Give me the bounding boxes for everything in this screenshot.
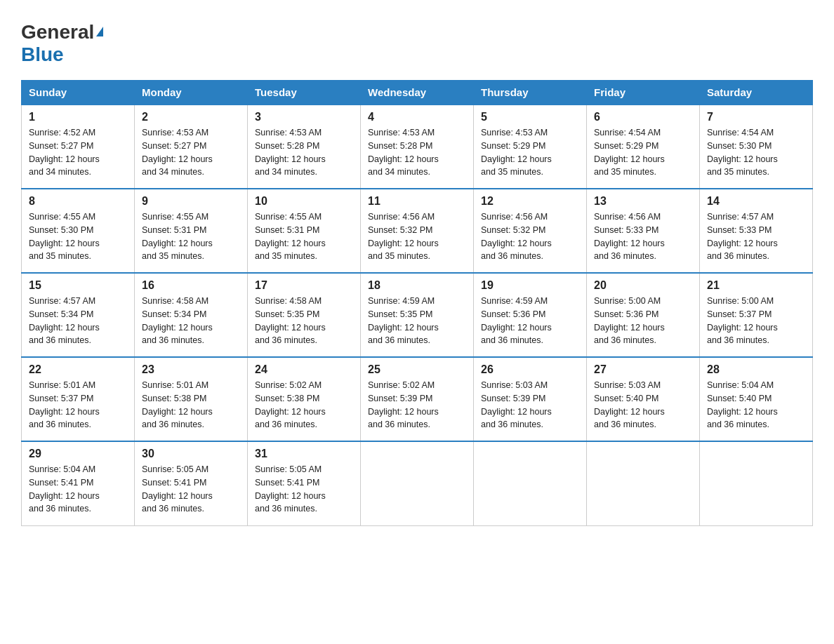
day-info: Sunrise: 4:59 AMSunset: 5:36 PMDaylight:…	[481, 296, 552, 345]
day-info: Sunrise: 4:53 AMSunset: 5:28 PMDaylight:…	[368, 128, 439, 177]
day-info: Sunrise: 5:02 AMSunset: 5:38 PMDaylight:…	[255, 380, 326, 429]
day-number: 31	[255, 448, 353, 460]
day-info: Sunrise: 4:58 AMSunset: 5:35 PMDaylight:…	[255, 296, 326, 345]
calendar-table: SundayMondayTuesdayWednesdayThursdayFrid…	[21, 80, 813, 526]
calendar-cell: 23 Sunrise: 5:01 AMSunset: 5:38 PMDaylig…	[135, 357, 248, 441]
calendar-cell	[587, 441, 700, 525]
day-info: Sunrise: 4:55 AMSunset: 5:31 PMDaylight:…	[142, 212, 213, 261]
day-info: Sunrise: 4:56 AMSunset: 5:32 PMDaylight:…	[481, 212, 552, 261]
day-info: Sunrise: 5:03 AMSunset: 5:40 PMDaylight:…	[594, 380, 665, 429]
day-number: 9	[142, 195, 240, 208]
calendar-cell: 26 Sunrise: 5:03 AMSunset: 5:39 PMDaylig…	[474, 357, 587, 441]
day-number: 21	[707, 279, 805, 292]
calendar-cell: 14 Sunrise: 4:57 AMSunset: 5:33 PMDaylig…	[700, 189, 813, 273]
calendar-cell: 6 Sunrise: 4:54 AMSunset: 5:29 PMDayligh…	[587, 105, 700, 189]
day-number: 15	[29, 279, 127, 292]
calendar-cell: 29 Sunrise: 5:04 AMSunset: 5:41 PMDaylig…	[22, 441, 135, 525]
calendar-cell: 24 Sunrise: 5:02 AMSunset: 5:38 PMDaylig…	[248, 357, 361, 441]
calendar-cell: 12 Sunrise: 4:56 AMSunset: 5:32 PMDaylig…	[474, 189, 587, 273]
day-info: Sunrise: 5:00 AMSunset: 5:36 PMDaylight:…	[594, 296, 665, 345]
day-number: 1	[29, 111, 127, 123]
day-info: Sunrise: 4:53 AMSunset: 5:27 PMDaylight:…	[142, 128, 213, 177]
calendar-cell: 22 Sunrise: 5:01 AMSunset: 5:37 PMDaylig…	[22, 357, 135, 441]
day-info: Sunrise: 4:59 AMSunset: 5:35 PMDaylight:…	[368, 296, 439, 345]
calendar-cell: 28 Sunrise: 5:04 AMSunset: 5:40 PMDaylig…	[700, 357, 813, 441]
calendar-cell: 3 Sunrise: 4:53 AMSunset: 5:28 PMDayligh…	[248, 105, 361, 189]
day-number: 3	[255, 111, 353, 123]
weekday-header-tuesday: Tuesday	[248, 81, 361, 105]
day-number: 12	[481, 195, 579, 208]
calendar-header: SundayMondayTuesdayWednesdayThursdayFrid…	[22, 81, 813, 105]
calendar-cell: 21 Sunrise: 5:00 AMSunset: 5:37 PMDaylig…	[700, 273, 813, 357]
day-number: 29	[29, 448, 127, 460]
weekday-header-sunday: Sunday	[22, 81, 135, 105]
day-info: Sunrise: 4:55 AMSunset: 5:30 PMDaylight:…	[29, 212, 100, 261]
calendar-week-row: 1 Sunrise: 4:52 AMSunset: 5:27 PMDayligh…	[22, 105, 813, 189]
calendar-cell: 31 Sunrise: 5:05 AMSunset: 5:41 PMDaylig…	[248, 441, 361, 525]
calendar-cell: 17 Sunrise: 4:58 AMSunset: 5:35 PMDaylig…	[248, 273, 361, 357]
day-number: 4	[368, 111, 466, 123]
calendar-cell: 19 Sunrise: 4:59 AMSunset: 5:36 PMDaylig…	[474, 273, 587, 357]
calendar-body: 1 Sunrise: 4:52 AMSunset: 5:27 PMDayligh…	[22, 105, 813, 525]
day-number: 25	[368, 363, 466, 376]
logo-general: General	[21, 21, 94, 43]
weekday-header-row: SundayMondayTuesdayWednesdayThursdayFrid…	[22, 81, 813, 105]
calendar-cell: 11 Sunrise: 4:56 AMSunset: 5:32 PMDaylig…	[361, 189, 474, 273]
calendar-week-row: 8 Sunrise: 4:55 AMSunset: 5:30 PMDayligh…	[22, 189, 813, 273]
day-number: 13	[594, 195, 692, 208]
calendar-week-row: 29 Sunrise: 5:04 AMSunset: 5:41 PMDaylig…	[22, 441, 813, 525]
calendar-cell: 1 Sunrise: 4:52 AMSunset: 5:27 PMDayligh…	[22, 105, 135, 189]
day-number: 23	[142, 363, 240, 376]
day-number: 22	[29, 363, 127, 376]
day-number: 24	[255, 363, 353, 376]
day-info: Sunrise: 4:57 AMSunset: 5:33 PMDaylight:…	[707, 212, 778, 261]
calendar-cell	[474, 441, 587, 525]
day-number: 20	[594, 279, 692, 292]
day-number: 27	[594, 363, 692, 376]
day-number: 16	[142, 279, 240, 292]
calendar-cell: 30 Sunrise: 5:05 AMSunset: 5:41 PMDaylig…	[135, 441, 248, 525]
day-info: Sunrise: 5:01 AMSunset: 5:38 PMDaylight:…	[142, 380, 213, 429]
day-info: Sunrise: 5:00 AMSunset: 5:37 PMDaylight:…	[707, 296, 778, 345]
day-info: Sunrise: 5:05 AMSunset: 5:41 PMDaylight:…	[142, 464, 213, 514]
calendar-cell: 15 Sunrise: 4:57 AMSunset: 5:34 PMDaylig…	[22, 273, 135, 357]
day-number: 2	[142, 111, 240, 123]
day-number: 28	[707, 363, 805, 376]
calendar-cell: 5 Sunrise: 4:53 AMSunset: 5:29 PMDayligh…	[474, 105, 587, 189]
day-number: 5	[481, 111, 579, 123]
day-info: Sunrise: 5:04 AMSunset: 5:40 PMDaylight:…	[707, 380, 778, 429]
calendar-cell: 7 Sunrise: 4:54 AMSunset: 5:30 PMDayligh…	[700, 105, 813, 189]
weekday-header-thursday: Thursday	[474, 81, 587, 105]
day-number: 17	[255, 279, 353, 292]
logo: General Blue	[21, 21, 103, 66]
day-info: Sunrise: 4:56 AMSunset: 5:33 PMDaylight:…	[594, 212, 665, 261]
calendar-cell: 8 Sunrise: 4:55 AMSunset: 5:30 PMDayligh…	[22, 189, 135, 273]
calendar-cell: 4 Sunrise: 4:53 AMSunset: 5:28 PMDayligh…	[361, 105, 474, 189]
calendar-cell: 27 Sunrise: 5:03 AMSunset: 5:40 PMDaylig…	[587, 357, 700, 441]
day-number: 10	[255, 195, 353, 208]
day-info: Sunrise: 4:56 AMSunset: 5:32 PMDaylight:…	[368, 212, 439, 261]
day-info: Sunrise: 4:57 AMSunset: 5:34 PMDaylight:…	[29, 296, 100, 345]
calendar-week-row: 15 Sunrise: 4:57 AMSunset: 5:34 PMDaylig…	[22, 273, 813, 357]
day-info: Sunrise: 5:05 AMSunset: 5:41 PMDaylight:…	[255, 464, 326, 514]
weekday-header-wednesday: Wednesday	[361, 81, 474, 105]
day-number: 18	[368, 279, 466, 292]
page-header: General Blue	[21, 21, 813, 66]
day-number: 11	[368, 195, 466, 208]
day-number: 14	[707, 195, 805, 208]
calendar-cell: 18 Sunrise: 4:59 AMSunset: 5:35 PMDaylig…	[361, 273, 474, 357]
day-info: Sunrise: 4:58 AMSunset: 5:34 PMDaylight:…	[142, 296, 213, 345]
day-info: Sunrise: 4:54 AMSunset: 5:30 PMDaylight:…	[707, 128, 778, 177]
day-info: Sunrise: 5:02 AMSunset: 5:39 PMDaylight:…	[368, 380, 439, 429]
weekday-header-friday: Friday	[587, 81, 700, 105]
calendar-cell: 9 Sunrise: 4:55 AMSunset: 5:31 PMDayligh…	[135, 189, 248, 273]
day-info: Sunrise: 4:53 AMSunset: 5:29 PMDaylight:…	[481, 128, 552, 177]
day-number: 8	[29, 195, 127, 208]
day-number: 30	[142, 448, 240, 460]
day-info: Sunrise: 5:03 AMSunset: 5:39 PMDaylight:…	[481, 380, 552, 429]
calendar-cell: 2 Sunrise: 4:53 AMSunset: 5:27 PMDayligh…	[135, 105, 248, 189]
weekday-header-saturday: Saturday	[700, 81, 813, 105]
day-number: 26	[481, 363, 579, 376]
calendar-cell	[361, 441, 474, 525]
calendar-cell: 16 Sunrise: 4:58 AMSunset: 5:34 PMDaylig…	[135, 273, 248, 357]
